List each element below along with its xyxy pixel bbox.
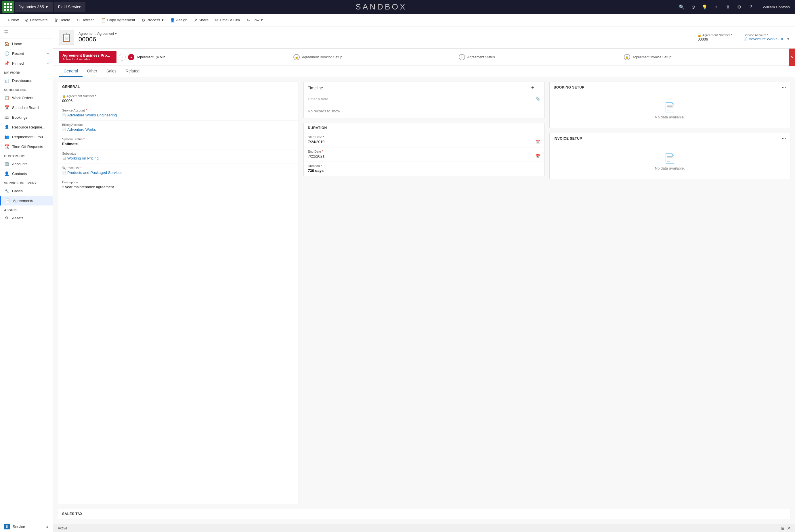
process-step-agreement[interactable]: ● Agreement (4 Min) xyxy=(128,54,293,60)
record-type-chevron[interactable]: ▾ xyxy=(115,32,117,36)
flow-icon: ↬ xyxy=(246,18,250,22)
tab-general[interactable]: General xyxy=(59,66,82,77)
sidebar-item-requirement-groups[interactable]: 👥 Requirement Grou... xyxy=(0,132,53,142)
share-icon: ↗ xyxy=(194,18,197,22)
agreement-number-input[interactable]: 00006 xyxy=(62,98,295,104)
process-button[interactable]: ⚙ Process ▾ xyxy=(138,16,167,24)
process-stage-card[interactable]: Agreement Business Pro... Active for 4 m… xyxy=(59,51,116,63)
email-link-button[interactable]: ✉ Email a Link xyxy=(212,16,243,24)
agreements-icon: 📄 xyxy=(5,198,10,203)
share-button[interactable]: ↗ Share xyxy=(191,16,212,24)
process-step-status[interactable]: ○ Agreement Status xyxy=(459,54,624,60)
agreement-number-value: 00006 xyxy=(698,37,732,41)
sidebar-item-time-off[interactable]: 📆 Time Off Requests xyxy=(0,142,53,151)
delete-button[interactable]: 🗑 Delete xyxy=(51,16,73,24)
price-list-link[interactable]: 📄 Products and Packaged Services xyxy=(62,170,295,176)
service-account-link[interactable]: 📄 Adventure Works Engineering xyxy=(62,112,295,118)
tab-related[interactable]: Related xyxy=(121,66,144,77)
record-number: 00006 xyxy=(78,36,693,43)
timeline-empty-message: No records to show. xyxy=(304,104,544,118)
email-icon: ✉ xyxy=(215,18,218,22)
help-icon[interactable]: ? xyxy=(746,2,755,12)
sidebar-item-pinned[interactable]: 📌 Pinned ▾ xyxy=(0,58,53,68)
sidebar-item-work-orders[interactable]: 📋 Work Orders xyxy=(0,93,53,102)
step-label-agreement: Agreement (4 Min) xyxy=(136,55,167,59)
user-profile[interactable]: William Contoso xyxy=(760,4,793,10)
sidebar-item-cases[interactable]: 🔧 Cases xyxy=(0,186,53,196)
service-bottom-chevron: ▲ xyxy=(46,525,49,528)
sidebar-toggle[interactable]: ☰ xyxy=(0,26,53,39)
sidebar-item-contacts[interactable]: 👤 Contacts xyxy=(0,169,53,178)
process-bar-close[interactable]: ✕ xyxy=(789,49,795,66)
my-work-section-header: My Work xyxy=(0,68,53,76)
assign-button[interactable]: 👤 Assign xyxy=(167,16,190,24)
service-account-value[interactable]: Adventure Works En... xyxy=(749,37,786,41)
filter-icon[interactable]: ⧖ xyxy=(723,2,732,12)
sidebar-item-resource-requirements[interactable]: 👤 Resource Require... xyxy=(0,122,53,132)
invoice-setup-empty: 📄 No data available. xyxy=(550,144,790,179)
substatus-icon: 📋 xyxy=(62,156,66,160)
step-line-2 xyxy=(345,57,459,57)
sidebar-item-dashboards[interactable]: 📊 Dashboards xyxy=(0,76,53,86)
assets-icon: ⚙ xyxy=(4,215,9,220)
module-name[interactable]: Field Service xyxy=(54,2,86,12)
timeline-input[interactable]: Enter a note... 📎 xyxy=(304,94,544,104)
process-chevron: ▾ xyxy=(162,18,164,22)
invoice-setup-more[interactable]: ··· xyxy=(782,136,786,141)
process-step-invoice[interactable]: 🔒 Agreement Invoice Setup xyxy=(624,54,789,60)
substatus-link[interactable]: 📋 Working on Pricing xyxy=(62,155,295,161)
sidebar-item-recent[interactable]: 🕐 Recent ▾ xyxy=(0,49,53,58)
system-status-value[interactable]: Estimate xyxy=(62,141,295,147)
delete-icon: 🗑 xyxy=(54,18,58,22)
sidebar-item-assets[interactable]: ⚙ Assets xyxy=(0,213,53,223)
time-off-icon: 📆 xyxy=(4,144,9,149)
notification-icon[interactable]: 💡 xyxy=(700,2,709,12)
recent-icon: 🕐 xyxy=(4,51,9,56)
new-button[interactable]: + New xyxy=(5,16,22,24)
sandbox-label: SANDBOX xyxy=(86,2,677,12)
service-account-field-icon: 📄 xyxy=(62,113,66,117)
copy-agreement-button[interactable]: 📋 Copy Agreement xyxy=(98,16,138,24)
tab-sales[interactable]: Sales xyxy=(102,66,121,77)
timeline-add-icon[interactable]: + xyxy=(531,85,534,91)
new-record-icon[interactable]: + xyxy=(711,2,721,12)
start-date-value[interactable]: 7/24/2019 xyxy=(308,139,325,145)
cases-icon: 🔧 xyxy=(4,189,9,193)
step-label-invoice: Agreement Invoice Setup xyxy=(632,55,671,59)
timeline-more-icon[interactable]: ··· xyxy=(536,86,540,91)
app-switcher[interactable]: Dynamics 365 ▾ xyxy=(15,2,53,12)
content-area: 📋 Agreement: Agreement ▾ 00006 🔒 Agreeme… xyxy=(53,26,795,532)
end-date-value[interactable]: 7/22/2021 xyxy=(308,153,325,159)
sidebar-item-agreements[interactable]: 📄 Agreements xyxy=(0,196,53,206)
lock-icon-agreement: 🔒 xyxy=(62,95,66,98)
sidebar-item-service-bottom[interactable]: S Service ▲ xyxy=(0,521,53,532)
end-date-calendar-icon[interactable]: 📅 xyxy=(536,154,540,158)
booking-setup-more[interactable]: ··· xyxy=(782,85,786,90)
status-label: Active xyxy=(58,526,67,530)
timeline-attach-icon[interactable]: 📎 xyxy=(536,97,540,101)
tab-other[interactable]: Other xyxy=(82,66,102,77)
price-list-icon: 🔍 xyxy=(62,166,66,170)
sidebar-item-schedule-board[interactable]: 📅 Schedule Board xyxy=(0,102,53,112)
field-substatus: Substatus 📋 Working on Pricing xyxy=(58,149,299,164)
settings-icon[interactable]: ⚙ xyxy=(735,2,744,12)
nav-icons-group: 🔍 ⊙ 💡 + ⧖ ⚙ ? William Contoso xyxy=(677,2,793,12)
recent-icon[interactable]: ⊙ xyxy=(688,2,698,12)
billing-account-link[interactable]: 📄 Adventure Works xyxy=(62,127,295,133)
service-account-dropdown[interactable]: ▾ xyxy=(787,37,789,41)
search-icon[interactable]: 🔍 xyxy=(677,2,686,12)
timeline-header: Timeline + ··· xyxy=(304,82,544,94)
price-list-doc-icon: 📄 xyxy=(62,171,66,174)
start-date-calendar-icon[interactable]: 📅 xyxy=(536,140,540,144)
waffle-menu[interactable] xyxy=(2,1,14,13)
process-step-booking-setup[interactable]: 🔒 Agreement Booking Setup xyxy=(293,54,459,60)
sidebar-item-bookings[interactable]: 📖 Bookings xyxy=(0,112,53,122)
process-nav-prev[interactable]: ‹ xyxy=(119,54,126,61)
sidebar-item-home[interactable]: 🏠 Home xyxy=(0,39,53,49)
sidebar-item-accounts[interactable]: 🏢 Accounts xyxy=(0,159,53,169)
deactivate-button[interactable]: ⊘ Deactivate xyxy=(22,16,50,24)
sales-tax-header: SALES TAX xyxy=(58,509,790,519)
more-button[interactable]: ··· xyxy=(781,16,790,24)
refresh-button[interactable]: ↻ Refresh xyxy=(74,16,97,24)
flow-button[interactable]: ↬ Flow ▾ xyxy=(244,16,265,24)
